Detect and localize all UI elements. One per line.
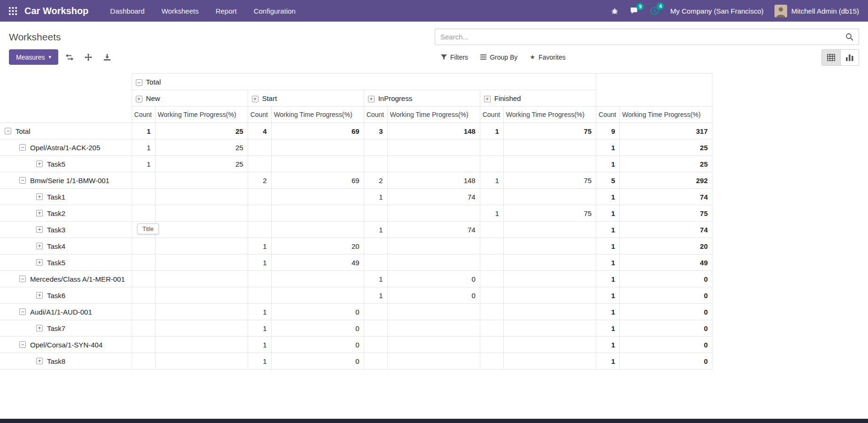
nav-item-dashboard[interactable]: Dashboard [110, 7, 144, 15]
pivot-measure-header[interactable]: Count [248, 107, 271, 123]
pivot-cell: 75 [619, 205, 712, 222]
search-icon[interactable] [845, 33, 853, 43]
pivot-cell: 1 [596, 189, 619, 205]
expand-icon[interactable]: + [36, 226, 43, 233]
pivot-row-opel-astra-1-ack-205[interactable]: −Opel/Astra/1-ACK-205 [0, 139, 132, 156]
download-xlsx-icon[interactable] [99, 49, 115, 65]
pivot-cell [387, 320, 480, 337]
table-row: −Bmw/Serie 1/1-BMW-00126921481755292 [0, 172, 712, 189]
pivot-row-task1[interactable]: +Task1 [0, 189, 132, 205]
pivot-cell: 0 [387, 287, 480, 304]
pivot-measure-header[interactable]: Working Time Progress(%) [271, 107, 364, 123]
pivot-cell: 1 [596, 238, 619, 254]
pivot-measure-header[interactable]: Count [132, 107, 155, 123]
expand-icon[interactable]: + [252, 96, 258, 102]
chevron-down-icon: ▾ [48, 54, 51, 60]
pivot-row-label: Task7 [47, 324, 65, 332]
graph-view-button[interactable] [840, 50, 859, 65]
company-switcher[interactable]: My Company (San Francisco) [670, 7, 763, 15]
messages-icon[interactable]: 9 [630, 7, 639, 15]
activity-clock-icon[interactable]: 4 [650, 6, 659, 15]
pivot-header-group-new[interactable]: +New [132, 90, 248, 107]
expand-icon[interactable]: + [136, 96, 142, 102]
top-navbar: Car Workshop Dashboard Worksheets Report… [0, 0, 868, 22]
table-row: +Task5125125 [0, 156, 712, 172]
pivot-measure-header[interactable]: Count [596, 107, 619, 123]
pivot-row-task8[interactable]: +Task8 [0, 353, 132, 369]
pivot-row-task2[interactable]: +Task2 [0, 205, 132, 222]
nav-item-configuration[interactable]: Configuration [254, 7, 296, 15]
group-by-icon [480, 54, 486, 60]
apps-grid-icon[interactable] [9, 7, 17, 15]
pivot-cell [132, 337, 155, 353]
nav-item-report[interactable]: Report [216, 7, 237, 15]
collapse-icon[interactable]: − [19, 144, 26, 151]
pivot-cell: 1 [596, 254, 619, 271]
pivot-cell: 9 [596, 123, 619, 139]
debug-bug-icon[interactable] [610, 7, 619, 15]
group-by-button[interactable]: Group By [474, 49, 524, 65]
pivot-measure-header[interactable]: Count [480, 107, 503, 123]
pivot-cell [364, 156, 387, 172]
pivot-header-group-inprogress[interactable]: +InProgress [364, 90, 480, 107]
expand-all-icon[interactable] [80, 49, 96, 65]
pivot-row-mercedes-class-a-1-mer-001[interactable]: −Mercedes/Class A/1-MER-001 [0, 271, 132, 287]
expand-icon[interactable]: + [36, 292, 43, 299]
pivot-row-task3[interactable]: +Task3 [0, 222, 132, 238]
expand-icon[interactable]: + [36, 161, 43, 167]
pivot-cell: 25 [155, 139, 248, 156]
expand-icon[interactable]: + [36, 243, 43, 249]
pivot-row-total[interactable]: −Total [0, 123, 132, 139]
expand-icon[interactable]: + [36, 193, 43, 200]
expand-icon[interactable]: + [368, 96, 375, 102]
pivot-header-group-finished[interactable]: +Finished [480, 90, 596, 107]
table-row: +Task71010 [0, 320, 712, 337]
pivot-cell [132, 238, 155, 254]
pivot-measure-header[interactable]: Working Time Progress(%) [155, 107, 248, 123]
collapse-icon[interactable]: − [5, 128, 11, 134]
expand-icon[interactable]: + [36, 259, 43, 266]
pivot-cell [155, 205, 248, 222]
app-title[interactable]: Car Workshop [24, 6, 88, 16]
measures-button[interactable]: Measures ▾ [9, 49, 58, 65]
pivot-row-bmw-serie-1-1-bmw-001[interactable]: −Bmw/Serie 1/1-BMW-001 [0, 172, 132, 189]
pivot-row-opel-corsa-1-syn-404[interactable]: −Opel/Corsa/1-SYN-404 [0, 337, 132, 353]
expand-icon[interactable]: + [484, 96, 491, 102]
pivot-row-task4[interactable]: +Task4 [0, 238, 132, 254]
collapse-icon[interactable]: − [19, 341, 26, 348]
collapse-icon[interactable]: − [19, 276, 26, 282]
pivot-measure-header[interactable]: Count [364, 107, 387, 123]
pivot-view-button[interactable] [822, 50, 840, 65]
expand-icon[interactable]: + [36, 358, 43, 364]
filters-button[interactable]: Filters [435, 49, 474, 65]
search-input[interactable] [435, 29, 859, 45]
pivot-header-group-start[interactable]: +Start [248, 90, 364, 107]
collapse-icon[interactable]: − [19, 308, 26, 315]
pivot-cell [155, 238, 248, 254]
flip-axis-icon[interactable] [62, 49, 77, 65]
table-row: −Audi/A1/1-AUD-0011010 [0, 304, 712, 320]
pivot-cell [271, 189, 364, 205]
nav-item-worksheets[interactable]: Worksheets [162, 7, 199, 15]
pivot-row-task6[interactable]: +Task6 [0, 287, 132, 304]
table-row: +Task5149149 [0, 254, 712, 271]
pivot-cell [364, 337, 387, 353]
pivot-header-total[interactable]: −Total [132, 74, 596, 90]
control-panel-bottom: Measures ▾ Filters Group By ★ [0, 49, 868, 65]
expand-icon[interactable]: + [36, 210, 43, 216]
pivot-row-task5[interactable]: +Task5 [0, 156, 132, 172]
pivot-measure-header[interactable]: Working Time Progress(%) [387, 107, 480, 123]
table-row: −Total12546931481759317 [0, 123, 712, 139]
pivot-row-task5[interactable]: +Task5 [0, 254, 132, 271]
pivot-row-task7[interactable]: +Task7 [0, 320, 132, 337]
pivot-row-audi-a1-1-aud-001[interactable]: −Audi/A1/1-AUD-001 [0, 304, 132, 320]
favorites-button[interactable]: ★ Favorites [524, 49, 571, 65]
collapse-icon[interactable]: − [19, 177, 26, 184]
user-menu[interactable]: Mitchell Admin (db15) [774, 5, 859, 17]
pivot-measure-header[interactable]: Working Time Progress(%) [619, 107, 712, 123]
expand-icon[interactable]: + [36, 325, 43, 331]
pivot-cell [155, 271, 248, 287]
collapse-icon[interactable]: − [136, 79, 142, 86]
pivot-measure-header[interactable]: Working Time Progress(%) [503, 107, 596, 123]
main-menu: Dashboard Worksheets Report Configuratio… [110, 7, 296, 15]
